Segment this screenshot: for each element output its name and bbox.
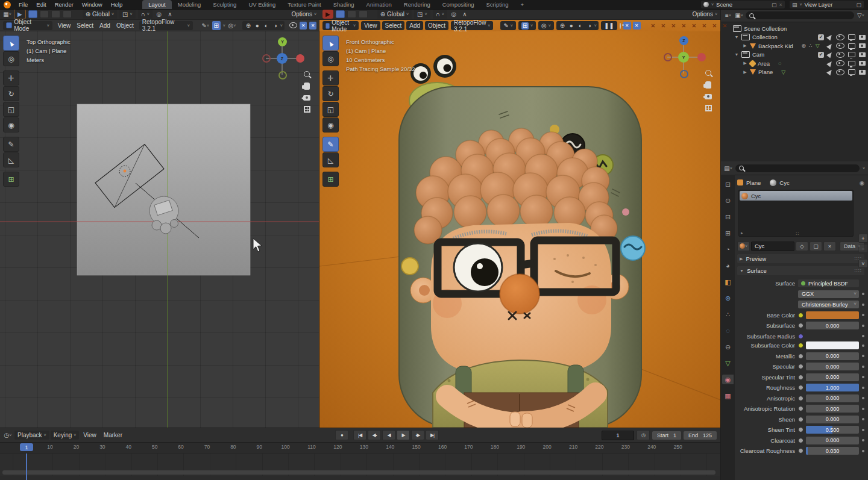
disable-viewport-toggle-icon[interactable] [848,69,855,75]
outliner-row-collection[interactable]: ▼Collection✓ [721,33,868,42]
menu-select[interactable]: Select [382,21,405,30]
transform-orientation-dropdown[interactable]: ⊕ Global ˅ [83,10,117,19]
animate-dot[interactable] [862,366,864,368]
tab-scripting[interactable]: Scripting [480,0,515,9]
menu-object[interactable]: Object [113,22,137,29]
shader-button[interactable]: Principled BSDF [798,279,859,287]
wireframe-shading-icon[interactable]: ⊕ [244,21,253,30]
tool-select-box[interactable]: ▲ [3,36,19,51]
disable-viewport-toggle-icon[interactable] [848,34,855,40]
rendered-shading-icon[interactable]: ◑ [585,21,594,30]
viewport-left-canvas[interactable]: ▲◎✛↻◱◉✎◺⊞ Top Orthographic(1) Cam | Plan… [0,31,319,428]
preview-panel-header[interactable]: ▶ Preview ∷∷ [737,254,864,263]
material-name-field[interactable]: Cyc [751,242,794,251]
select-toggle-icon[interactable] [826,51,834,58]
gizmo-axis-z[interactable]: Z [277,53,288,64]
subsurface-method-dropdown[interactable]: Christensen-Burley [798,301,859,308]
mode-dropdown[interactable]: Object Mode ˅ [322,21,359,30]
expand-arrow-icon[interactable]: ▶ [743,43,747,48]
mesh-data-icon[interactable]: ▽ [781,69,785,75]
timeline-scrollbar[interactable] [2,470,715,475]
material-shading-icon[interactable]: ◐ [262,21,271,30]
menu-object[interactable]: Object [425,21,448,30]
mode-toggle-icon[interactable] [51,10,60,18]
pin-icon[interactable]: ◉ [860,179,864,186]
particles-icon[interactable]: ∴ [809,43,813,49]
retopoflow-placeholder-icon[interactable]: ✕ [658,23,668,29]
annotate-dropdown-icon[interactable]: ✎˅ [500,21,515,30]
proportional-editing-icon[interactable]: ◎ [155,10,163,19]
gizmo-axis-x[interactable] [296,54,304,63]
disable-render-toggle-icon[interactable] [859,61,866,66]
slider-specular-tint[interactable]: 0.000 [806,373,859,381]
properties-tab-object-data[interactable]: ▽ [722,358,734,368]
slot-specials-button[interactable]: ˅ [858,259,868,268]
breadcrumb-object[interactable]: Plane [746,179,761,186]
properties-tab-scene[interactable]: ◔ [722,245,734,254]
gizmo-axis-x[interactable] [697,53,706,61]
pan-button[interactable] [304,83,310,90]
mode-toggle-icon[interactable] [40,10,49,18]
hide-toggle-icon[interactable] [836,34,844,40]
tool-annotate[interactable]: ✎ [3,137,19,152]
properties-tab-output[interactable]: ⊟ [722,212,734,222]
animate-dot[interactable] [862,408,864,410]
pan-button[interactable] [705,81,711,89]
active-tool-icon[interactable]: ▶ [14,9,26,19]
transform-orientation-dropdown[interactable]: ⊕ Global ˅ [377,10,412,19]
solid-shading-icon[interactable]: ● [253,21,262,30]
options-chevron-icon[interactable]: ˅ [863,166,865,170]
material-slot-list[interactable]: ▸ ∷ Cyc [738,190,854,237]
retopoflow-x-button[interactable]: ✕ [300,22,307,30]
menu-add[interactable]: Add [406,21,423,30]
expand-arrow-icon[interactable]: ▶ [743,61,747,66]
jump-to-start-button[interactable]: |◀ [353,430,366,440]
properties-search[interactable] [735,164,860,172]
disable-render-toggle-icon[interactable] [859,52,866,57]
frame-ruler[interactable]: 1 10203040506070809010011012013014015016… [0,443,720,454]
modifier-icon[interactable]: ⊛ [802,43,807,49]
filter-icon[interactable]: ▽˅ [857,11,865,20]
jump-to-end-button[interactable]: ▶| [426,430,439,440]
new-view-layer-icon[interactable]: ▢ [856,2,861,8]
timeline-menu-keying[interactable]: Keying˅ [51,431,80,440]
tool-cursor-3d[interactable]: ◎ [322,51,339,66]
tool-scale[interactable]: ◱ [3,102,19,117]
properties-tab-tool[interactable]: ⊡ [722,179,734,189]
tool-measure[interactable]: ◺ [3,152,19,167]
menu-file[interactable]: File [14,0,32,9]
options-dropdown[interactable]: Options ˅ [692,11,717,17]
slider-clearcoat-roughness[interactable]: 0.030 [806,447,859,455]
distribution-dropdown[interactable]: GGX [798,290,859,298]
unlink-scene-icon[interactable]: × [779,2,782,8]
tab-modeling[interactable]: Modeling [172,0,207,9]
pivot-point-dropdown[interactable]: ◳˅ [414,10,430,19]
play-reverse-button[interactable]: ◀ [382,430,395,440]
outliner-row-plane[interactable]: ▶Plane▽ [721,68,868,77]
properties-tab-object[interactable]: ◧ [722,277,734,287]
color-swatch[interactable] [806,311,859,319]
editor-type-icon[interactable]: ▤˅ [724,164,732,173]
timeline-tracks[interactable] [0,454,720,476]
gizmo-axis-y[interactable]: Y [678,52,689,63]
slider-metallic[interactable]: 0.000 [806,352,859,360]
navigation-gizmo[interactable]: YZ [262,37,304,79]
pivot-point-dropdown[interactable]: ◳˅ [119,10,136,19]
timeline-menu-playback[interactable]: Playback˅ [14,431,49,440]
overlays-dropdown-icon[interactable]: ◎˅ [228,21,236,30]
auto-keyframe-record-icon[interactable]: ● [335,430,348,440]
disable-viewport-toggle-icon[interactable] [848,61,855,66]
editor-type-icon[interactable]: ◷˅ [4,431,12,440]
properties-tab-view-layer[interactable]: ⊞ [722,228,734,238]
select-toggle-icon[interactable] [826,34,834,41]
snap-magnet-dropdown[interactable]: ∩˅ [433,10,447,19]
properties-tab-particles[interactable]: ∴ [722,310,734,319]
outliner-search[interactable] [746,11,854,19]
tool-cursor-3d[interactable]: ◎ [3,51,19,66]
tool-measure[interactable]: ◺ [322,152,339,167]
options-dropdown[interactable]: Options ˅ [291,11,316,17]
editor-type-icon[interactable]: ≡˅ [724,11,732,20]
editor-type-icon[interactable]: ▦˅ [3,10,11,19]
retopoflow-x-button[interactable]: ✕ [309,22,316,30]
play-button[interactable]: ▶ [397,430,410,440]
